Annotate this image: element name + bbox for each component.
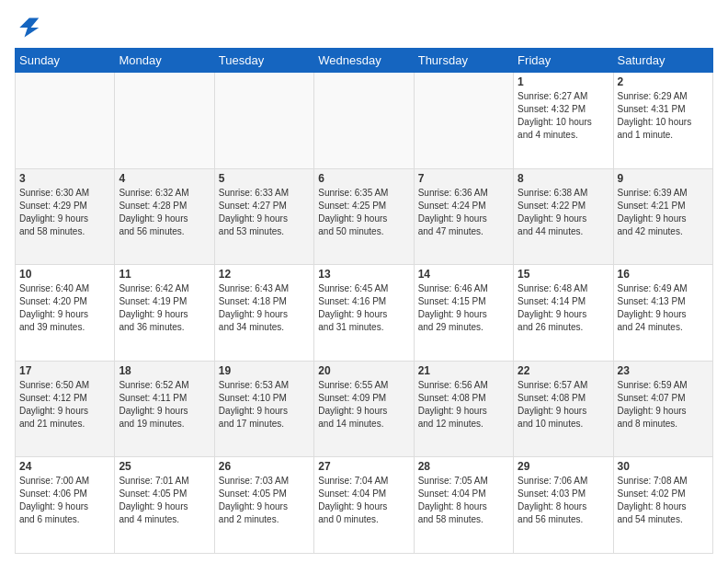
day-info: Sunrise: 6:36 AM Sunset: 4:24 PM Dayligh…: [418, 187, 509, 238]
day-info: Sunrise: 6:39 AM Sunset: 4:21 PM Dayligh…: [618, 187, 709, 238]
weekday-thursday: Thursday: [414, 49, 513, 73]
calendar-cell: 12Sunrise: 6:43 AM Sunset: 4:18 PM Dayli…: [214, 265, 313, 362]
day-info: Sunrise: 7:03 AM Sunset: 4:05 PM Dayligh…: [219, 475, 310, 526]
day-info: Sunrise: 7:05 AM Sunset: 4:04 PM Dayligh…: [418, 475, 509, 526]
day-number: 12: [219, 268, 310, 281]
logo: [15, 15, 44, 40]
day-number: 4: [119, 172, 210, 185]
calendar-cell: 25Sunrise: 7:01 AM Sunset: 4:05 PM Dayli…: [115, 457, 214, 554]
calendar-cell: 22Sunrise: 6:57 AM Sunset: 4:08 PM Dayli…: [514, 361, 613, 457]
calendar-cell: 14Sunrise: 6:46 AM Sunset: 4:15 PM Dayli…: [414, 265, 513, 362]
day-info: Sunrise: 6:29 AM Sunset: 4:31 PM Dayligh…: [618, 90, 709, 142]
weekday-wednesday: Wednesday: [314, 49, 414, 73]
day-info: Sunrise: 6:30 AM Sunset: 4:29 PM Dayligh…: [19, 187, 110, 238]
day-number: 2: [618, 75, 709, 88]
day-number: 3: [19, 172, 110, 185]
week-row-4: 17Sunrise: 6:50 AM Sunset: 4:12 PM Dayli…: [16, 361, 713, 457]
calendar-cell: 6Sunrise: 6:35 AM Sunset: 4:25 PM Daylig…: [314, 168, 414, 265]
week-row-1: 1Sunrise: 6:27 AM Sunset: 4:32 PM Daylig…: [16, 73, 713, 169]
calendar-cell: 29Sunrise: 7:06 AM Sunset: 4:03 PM Dayli…: [514, 457, 613, 554]
day-number: 6: [318, 172, 409, 185]
calendar-cell: 11Sunrise: 6:42 AM Sunset: 4:19 PM Dayli…: [115, 265, 214, 362]
calendar-cell: 13Sunrise: 6:45 AM Sunset: 4:16 PM Dayli…: [314, 265, 414, 362]
day-info: Sunrise: 6:38 AM Sunset: 4:22 PM Dayligh…: [518, 187, 609, 238]
calendar-cell: 30Sunrise: 7:08 AM Sunset: 4:02 PM Dayli…: [613, 457, 712, 554]
day-number: 26: [219, 460, 310, 473]
day-info: Sunrise: 6:52 AM Sunset: 4:11 PM Dayligh…: [119, 379, 210, 431]
day-info: Sunrise: 6:46 AM Sunset: 4:15 PM Dayligh…: [418, 282, 509, 334]
calendar-cell: 2Sunrise: 6:29 AM Sunset: 4:31 PM Daylig…: [613, 73, 712, 169]
day-number: 24: [19, 460, 110, 473]
day-info: Sunrise: 6:59 AM Sunset: 4:07 PM Dayligh…: [618, 379, 709, 431]
day-info: Sunrise: 7:08 AM Sunset: 4:02 PM Dayligh…: [618, 475, 709, 526]
calendar-cell: 27Sunrise: 7:04 AM Sunset: 4:04 PM Dayli…: [314, 457, 414, 554]
page: SundayMondayTuesdayWednesdayThursdayFrid…: [0, 0, 728, 563]
day-info: Sunrise: 6:56 AM Sunset: 4:08 PM Dayligh…: [418, 379, 509, 431]
calendar-cell: 26Sunrise: 7:03 AM Sunset: 4:05 PM Dayli…: [214, 457, 313, 554]
calendar-table: SundayMondayTuesdayWednesdayThursdayFrid…: [15, 48, 713, 554]
calendar-cell: 10Sunrise: 6:40 AM Sunset: 4:20 PM Dayli…: [16, 265, 115, 362]
day-info: Sunrise: 6:50 AM Sunset: 4:12 PM Dayligh…: [19, 379, 110, 431]
weekday-friday: Friday: [514, 49, 613, 73]
calendar-cell: 7Sunrise: 6:36 AM Sunset: 4:24 PM Daylig…: [414, 168, 513, 265]
day-info: Sunrise: 6:42 AM Sunset: 4:19 PM Dayligh…: [119, 282, 210, 334]
logo-icon: [15, 15, 40, 40]
day-number: 28: [418, 460, 509, 473]
svg-marker-0: [19, 18, 39, 38]
calendar-cell: [214, 73, 313, 169]
day-number: 13: [318, 268, 409, 281]
calendar-cell: 23Sunrise: 6:59 AM Sunset: 4:07 PM Dayli…: [613, 361, 712, 457]
day-number: 18: [119, 364, 210, 377]
week-row-5: 24Sunrise: 7:00 AM Sunset: 4:06 PM Dayli…: [16, 457, 713, 554]
day-info: Sunrise: 7:00 AM Sunset: 4:06 PM Dayligh…: [19, 475, 110, 526]
day-number: 19: [219, 364, 310, 377]
calendar-cell: 17Sunrise: 6:50 AM Sunset: 4:12 PM Dayli…: [16, 361, 115, 457]
day-number: 29: [518, 460, 609, 473]
day-number: 20: [318, 364, 409, 377]
weekday-tuesday: Tuesday: [214, 49, 313, 73]
calendar-cell: 3Sunrise: 6:30 AM Sunset: 4:29 PM Daylig…: [16, 168, 115, 265]
day-number: 25: [119, 460, 210, 473]
day-info: Sunrise: 6:27 AM Sunset: 4:32 PM Dayligh…: [518, 90, 609, 142]
day-info: Sunrise: 6:35 AM Sunset: 4:25 PM Dayligh…: [318, 187, 409, 238]
day-info: Sunrise: 6:55 AM Sunset: 4:09 PM Dayligh…: [318, 379, 409, 431]
day-number: 16: [618, 268, 709, 281]
day-number: 17: [19, 364, 110, 377]
weekday-header-row: SundayMondayTuesdayWednesdayThursdayFrid…: [16, 49, 713, 73]
day-info: Sunrise: 6:57 AM Sunset: 4:08 PM Dayligh…: [518, 379, 609, 431]
calendar-cell: 16Sunrise: 6:49 AM Sunset: 4:13 PM Dayli…: [613, 265, 712, 362]
day-info: Sunrise: 7:04 AM Sunset: 4:04 PM Dayligh…: [318, 475, 409, 526]
day-number: 21: [418, 364, 509, 377]
calendar-cell: 20Sunrise: 6:55 AM Sunset: 4:09 PM Dayli…: [314, 361, 414, 457]
day-info: Sunrise: 7:06 AM Sunset: 4:03 PM Dayligh…: [518, 475, 609, 526]
week-row-3: 10Sunrise: 6:40 AM Sunset: 4:20 PM Dayli…: [16, 265, 713, 362]
day-number: 8: [518, 172, 609, 185]
weekday-saturday: Saturday: [613, 49, 712, 73]
day-number: 10: [19, 268, 110, 281]
day-number: 1: [518, 75, 609, 88]
day-info: Sunrise: 7:01 AM Sunset: 4:05 PM Dayligh…: [119, 475, 210, 526]
day-info: Sunrise: 6:32 AM Sunset: 4:28 PM Dayligh…: [119, 187, 210, 238]
day-info: Sunrise: 6:40 AM Sunset: 4:20 PM Dayligh…: [19, 282, 110, 334]
calendar-cell: [414, 73, 513, 169]
calendar-cell: 24Sunrise: 7:00 AM Sunset: 4:06 PM Dayli…: [16, 457, 115, 554]
calendar-cell: [16, 73, 115, 169]
calendar-cell: 4Sunrise: 6:32 AM Sunset: 4:28 PM Daylig…: [115, 168, 214, 265]
calendar-cell: 15Sunrise: 6:48 AM Sunset: 4:14 PM Dayli…: [514, 265, 613, 362]
day-info: Sunrise: 6:45 AM Sunset: 4:16 PM Dayligh…: [318, 282, 409, 334]
header: [15, 15, 713, 40]
week-row-2: 3Sunrise: 6:30 AM Sunset: 4:29 PM Daylig…: [16, 168, 713, 265]
calendar-cell: 1Sunrise: 6:27 AM Sunset: 4:32 PM Daylig…: [514, 73, 613, 169]
day-info: Sunrise: 6:49 AM Sunset: 4:13 PM Dayligh…: [618, 282, 709, 334]
calendar-cell: 28Sunrise: 7:05 AM Sunset: 4:04 PM Dayli…: [414, 457, 513, 554]
calendar-cell: [314, 73, 414, 169]
calendar-cell: 18Sunrise: 6:52 AM Sunset: 4:11 PM Dayli…: [115, 361, 214, 457]
day-info: Sunrise: 6:33 AM Sunset: 4:27 PM Dayligh…: [219, 187, 310, 238]
day-number: 22: [518, 364, 609, 377]
weekday-monday: Monday: [115, 49, 214, 73]
day-info: Sunrise: 6:48 AM Sunset: 4:14 PM Dayligh…: [518, 282, 609, 334]
day-info: Sunrise: 6:53 AM Sunset: 4:10 PM Dayligh…: [219, 379, 310, 431]
day-number: 9: [618, 172, 709, 185]
calendar-cell: 5Sunrise: 6:33 AM Sunset: 4:27 PM Daylig…: [214, 168, 313, 265]
calendar-cell: [115, 73, 214, 169]
